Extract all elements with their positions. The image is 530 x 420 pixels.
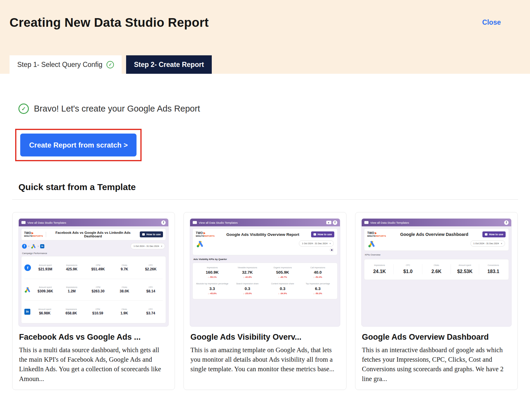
google-ads-icon [196,240,204,247]
mini-dashboard-header: TWO MINUTEREPORTS Google Ads Overview Da… [364,228,509,251]
kpi-cell: Conversions183.1 [479,264,507,274]
kpi-label: Content impression share [271,283,294,285]
close-button[interactable]: Close [482,18,501,26]
metric-label: Impressions [66,286,77,288]
kpi-label: Viewable impressions [238,267,257,269]
kpis-by-quarter-label: Ads Visibility KPIs by Quarter [193,258,336,261]
kpi-cell: Absolute top impression percentage3.3↓ -… [195,283,230,294]
templates-grid-icon [21,221,26,224]
template-card-google-ads-overview[interactable]: View all Data Studio Templates f TWO MIN… [355,212,518,390]
tab-step1-select-query-config[interactable]: Step 1- Select Query Config ✓ [10,55,122,74]
mini-dashboard-title: Google Ads Visibility Overview Report [217,232,309,237]
templates-section-title: Quick start from a Template [18,182,530,192]
metric-label: Amount spent [39,264,52,266]
template-card-facebook-google-linkedin[interactable]: View all Data Studio Templates f TWO MIN… [12,212,175,390]
chevron-down-icon: ▾ [501,242,502,245]
template-cards: View all Data Studio Templates f TWO MIN… [12,212,518,390]
metric-value: 658.8K [65,311,77,315]
template-card-google-ads-visibility[interactable]: View all Data Studio Templates ▸ f TWO M… [184,212,346,390]
kpi-delta: ↓ -50.3% [313,292,322,295]
metric-value: 38.0K [120,289,129,293]
kpi-label: Top impression percentage [306,283,330,285]
metric-cell: CPC$8.14 [139,286,163,293]
logo-wedge-icon [203,232,206,234]
metric-value: 1.2M [68,289,76,293]
metric-value: $8.14 [146,289,155,293]
logo-wedge-icon [375,232,377,234]
metric-label: Clicks [122,264,127,266]
facebook-icon: f [333,220,337,225]
topbar-label: View all Data Studio Templates [370,221,409,224]
kpi-label: Clicks [434,264,439,267]
kpi-delta: ↓ -25.0% [243,292,252,295]
metric-label: Clicks [121,308,127,310]
metric-value: 1.9K [120,311,128,315]
kpi-label: Impressions [374,264,385,267]
kpi-value: 160.9K [206,270,219,275]
kpi-cell: Top impression percentage6.3↓ -50.3% [300,283,335,294]
metric-label: Impressions [66,264,77,266]
metric-label: Clicks [122,286,127,288]
modal-header: Creating New Data Studio Report Close St… [0,0,530,74]
date-range-label: 1 Oct 2024 - 31 Dec 2024 [134,245,159,247]
kpi-cell: Call impressions40.0↓ -52.4% [300,267,335,278]
success-message-text: Bravo! Let's create your Google Ads Repo… [34,104,200,114]
linkedin-icon: in [24,309,30,315]
kpi-delta: ↓ -42.8% [243,276,252,278]
logo-line2a: MINUTE [24,235,32,237]
kpi-delta-value: -52.4% [315,276,322,278]
visibility-kpi-grid: Impressions160.9K↓ -59.1%Viewable impres… [192,263,337,299]
mini-dashboard-header: TWO MINUTEREPORTS Google Ads Visibility … [192,228,337,255]
two-minute-reports-logo: TWO MINUTEREPORTS [24,232,46,237]
metric-label: Amount spent [39,286,52,288]
tab-step2-create-report[interactable]: Step 2- Create Report [126,55,211,74]
how-to-use-button: How to use [482,231,506,237]
book-icon [313,233,316,236]
kpi-delta: ↓ -40.7% [278,276,287,278]
campaign-row: Amount spent$309.36KImpressions1.2MCPM$2… [24,279,163,301]
metric-label: CPC [149,264,153,266]
kpi-value: 2.6K [431,269,441,274]
create-report-from-scratch-button[interactable]: Create Report from scratch > [20,134,137,156]
kpi-label: Conversions [488,264,499,267]
metric-value: $10.59 [92,311,103,315]
sources-and-date-row: f x x in 1 Oct 2024 - 31 Dec 2024 ▾ [22,243,165,249]
metric-cell: CPC$3.74 [139,308,163,315]
metric-cell: Impressions1.2M [60,286,84,293]
facebook-icon: f [161,220,166,225]
kpi-label: Search impression share [236,283,258,285]
check-circle-icon: ✓ [106,61,114,68]
how-to-use-label: How to use [489,233,503,236]
circle-badge-icon [330,248,334,252]
kpi-cell: Impressions160.9K↓ -59.1% [195,267,230,278]
youtube-icon: ▸ [326,221,331,224]
templates-grid-icon [364,221,369,224]
facebook-icon: f [22,244,27,249]
kpi-delta: ↓ -59.1% [208,276,217,278]
kpi-delta: ↓ -45.8% [208,292,217,295]
template-thumbnail: View all Data Studio Templates f TWO MIN… [18,218,169,327]
metric-value: 425.9K [66,267,78,271]
metric-cell: CPC$2.26K [139,264,163,271]
google-ads-icon [24,286,31,293]
template-thumbnail: View all Data Studio Templates f TWO MIN… [361,218,512,327]
metric-value: $309.36K [37,289,53,293]
date-range-picker: 1 Oct 2024 - 31 Dec 2024 ▾ [299,240,333,247]
modal-body: ✓ Bravo! Let's create your Google Ads Re… [0,104,530,390]
kpi-delta: ↓ -34.9% [278,292,287,295]
metric-cell: Impressions658.8K [59,308,83,315]
kpis-overview-label: KPIs Overview [365,253,508,256]
kpi-delta-value: -40.7% [280,276,287,278]
how-to-use-label: How to use [146,233,161,236]
metric-cell: CPM$263.30 [86,286,110,293]
metric-label: CPM [96,264,101,266]
kpi-value: 0.3 [280,286,286,291]
kpi-label: CPC [406,264,410,267]
metric-cell: Impressions425.9K [60,264,84,271]
topbar-label: View all Data Studio Templates [199,221,238,224]
kpi-label: Impressions [207,267,218,269]
metric-value: 9.7K [121,267,128,271]
kpi-cell: Viewable impressions32.7K↓ -42.8% [230,267,265,278]
data-source-icons: f x x in [22,244,44,249]
two-minute-reports-logo: TWO MINUTEREPORTS [367,232,386,237]
